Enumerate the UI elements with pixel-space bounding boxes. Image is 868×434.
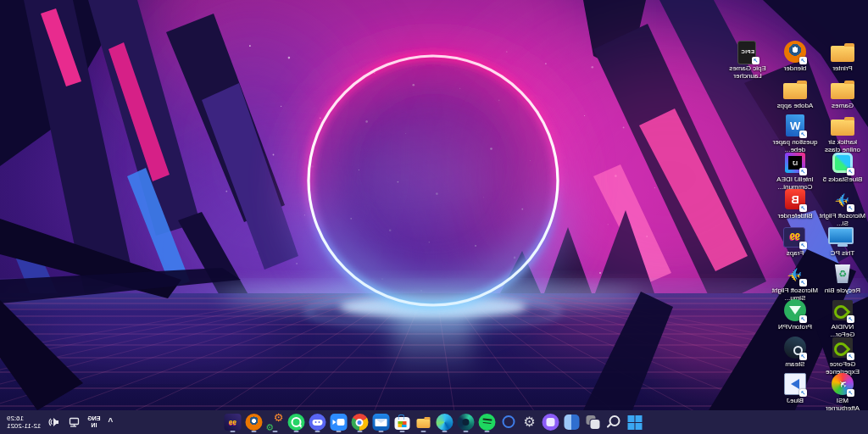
desktop-icon-bitdefender[interactable]: BBitdefender — [771, 186, 819, 220]
desktop-icon-adobe-apps[interactable]: Adobe apps — [771, 76, 819, 110]
desktop-icon-label: Epic Games Launcher — [724, 65, 771, 80]
desktop-icon-epic-games-launcher[interactable]: EPICEpic Games Launcher — [724, 39, 771, 80]
whatsapp-button[interactable] — [288, 411, 305, 433]
language-region: IN — [91, 422, 97, 429]
network-icon[interactable] — [68, 416, 80, 428]
desktop-icon-microsoft-flight-simu[interactable]: ✈Microsoft Flight Simu... — [771, 261, 819, 302]
running-indicator — [231, 431, 236, 432]
zoom-icon — [331, 414, 348, 431]
desktop-icon-fraps[interactable]: 99Fraps — [771, 224, 819, 258]
fraps-icon: 99 — [781, 224, 810, 249]
taskbar-clock[interactable]: 16:29 12-11-2021 — [7, 415, 41, 431]
fraps-button[interactable]: 99 — [225, 411, 242, 433]
recycle-bin-icon: ♻ — [828, 261, 857, 287]
desktop-icon-label: ProtonVPN — [771, 324, 819, 331]
desktop-icon-question-paper-debe[interactable]: Wquestion paper debe... — [771, 113, 819, 153]
widgets-button[interactable] — [564, 411, 581, 433]
desktop-icon-blender[interactable]: blender — [771, 39, 819, 73]
desktop-icon-printer[interactable]: Printer — [819, 39, 866, 73]
fraps-icon: 99 — [225, 414, 242, 431]
file-explorer-button[interactable] — [415, 411, 432, 433]
running-indicator — [464, 431, 469, 432]
chrome-button[interactable] — [352, 411, 369, 433]
desktop-icon-protonvpn[interactable]: ProtonVPN — [771, 298, 819, 331]
edge-button[interactable] — [437, 411, 453, 433]
spotify-button[interactable] — [479, 411, 496, 433]
taskbar-center: 99 — [225, 410, 644, 434]
file-explorer-icon — [415, 414, 432, 431]
running-indicator — [485, 431, 490, 432]
msfs-icon: ✈ — [781, 261, 810, 287]
clock-time: 16:29 — [7, 415, 24, 423]
desktop-icon-microsoft-flight-si[interactable]: ✈Microsoft Flight Si... — [819, 186, 866, 227]
desktop-icon-label: This PC — [819, 250, 866, 258]
volume-icon[interactable] — [48, 416, 60, 428]
windows-logo-icon — [627, 414, 644, 431]
desktop-icon-label: BlueJ — [771, 398, 819, 405]
microsoft-store-button[interactable] — [394, 411, 411, 433]
discord-icon — [309, 414, 326, 431]
shortcut-arrow-badge — [799, 389, 807, 397]
start-button[interactable] — [627, 411, 644, 433]
shortcut-arrow-badge — [799, 315, 807, 323]
protonvpn-icon — [781, 298, 810, 323]
settings-button[interactable] — [521, 411, 538, 433]
intellij-icon: IJ — [781, 150, 810, 175]
desktop-icon-label: Bitdefender — [771, 213, 819, 220]
screen: PrinterGameskartick sir online classBlue… — [0, 0, 868, 434]
desktop-icon-recycle-bin[interactable]: ♻Recycle Bin — [819, 261, 866, 295]
desktop-icon-label: Games — [819, 103, 866, 110]
camera-app-button[interactable] — [542, 411, 559, 433]
discord-button[interactable] — [309, 411, 326, 433]
word-doc-icon: W — [781, 113, 810, 138]
running-indicator — [273, 431, 278, 432]
tray-overflow-chevron[interactable]: ^ — [108, 418, 114, 426]
desktop-icon-steam[interactable]: Steam — [771, 335, 819, 369]
folder-icon — [781, 76, 810, 102]
desktop-icon-msi-afterburner[interactable]: ✈MSI Afterburner — [819, 371, 866, 412]
desktop-icon-intellij-idea-communi[interactable]: IJIntelliJ IDEA Communi... — [771, 150, 819, 191]
task-view-button[interactable] — [585, 411, 602, 433]
desktop-icon-this-pc[interactable]: This PC — [819, 224, 866, 258]
language-indicator[interactable]: ENG IN — [87, 415, 100, 429]
spotify-icon — [479, 414, 496, 431]
shortcut-arrow-badge — [799, 57, 807, 64]
desktop-icon-label: Printer — [819, 65, 866, 73]
folder-icon — [828, 39, 857, 64]
this-pc-icon — [828, 224, 857, 249]
blender-icon — [781, 39, 810, 64]
taskbar: 99 ^ ENG IN 16:29 — [0, 410, 868, 434]
desktop-icon-label: Fraps — [771, 250, 819, 258]
mail-button[interactable] — [373, 411, 390, 433]
search-button[interactable] — [606, 411, 623, 433]
zoom-button[interactable] — [331, 411, 348, 433]
search-icon — [606, 414, 623, 431]
desktop-icon-bluestacks-5[interactable]: BlueStacks 5 — [819, 150, 866, 184]
gears-app-button[interactable] — [267, 411, 284, 433]
running-indicator — [315, 431, 320, 432]
shortcut-arrow-badge — [799, 279, 807, 287]
swirl-app-icon — [458, 414, 475, 431]
running-indicator — [442, 431, 448, 432]
bitdefender-icon: B — [781, 186, 810, 212]
desktop-icon-games[interactable]: Games — [819, 76, 866, 110]
desktop-icon-kartick-sir-online-class[interactable]: kartick sir online class — [819, 113, 866, 153]
widgets-icon — [564, 414, 581, 431]
shortcut-arrow-badge — [799, 204, 807, 212]
blender-button[interactable] — [246, 411, 263, 433]
desktop-icon-bluej[interactable]: BlueJ — [771, 371, 819, 405]
running-indicator — [358, 431, 363, 432]
ring-app-button[interactable] — [500, 411, 517, 433]
shortcut-arrow-badge — [799, 131, 807, 138]
chrome-icon — [352, 414, 369, 431]
desktop-icon-nvidia-gefor[interactable]: NVIDIA GeFor... — [819, 298, 866, 338]
swirl-app-button[interactable] — [458, 411, 475, 433]
msfs-icon: ✈ — [828, 186, 857, 212]
edge-icon — [437, 414, 453, 431]
nvidia-icon — [828, 298, 857, 323]
running-indicator — [252, 431, 257, 432]
running-indicator — [421, 431, 426, 432]
shortcut-arrow-badge — [799, 168, 807, 175]
folder-icon — [828, 113, 857, 138]
msi-afterburner-icon: ✈ — [828, 371, 857, 397]
